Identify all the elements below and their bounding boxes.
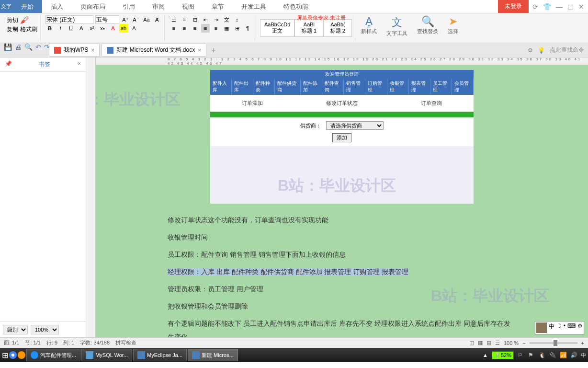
taskbar-item[interactable]: MyEclipse Ja... (133, 349, 187, 361)
bold-button[interactable]: B (45, 24, 54, 33)
char-shading-button[interactable]: A (130, 24, 138, 33)
print-icon[interactable]: 🖨 (15, 43, 22, 51)
chrome-icon[interactable] (9, 351, 17, 359)
save-icon[interactable]: 💾 (4, 43, 12, 51)
distribute-button[interactable]: ≡ (212, 24, 220, 33)
spellcheck-button[interactable]: 拼写检查 (115, 339, 136, 346)
tray-icon[interactable]: ▲ (483, 352, 488, 358)
tab-special[interactable]: 特色功能 (275, 0, 317, 13)
tab-insert[interactable]: 插入 (42, 0, 72, 13)
tab-view[interactable]: 视图 (173, 0, 203, 13)
multilevel-button[interactable]: ⊟ (191, 15, 199, 24)
new-style-button[interactable]: A͇ 新样式 (357, 15, 381, 41)
ime-toolbar[interactable]: 中 ☽ • ⌨ ⚙ (535, 321, 584, 334)
align-left-button[interactable]: ≡ (170, 24, 178, 33)
italic-button[interactable]: I (56, 24, 65, 33)
view-mode-icon[interactable]: ▤ (486, 340, 491, 346)
sync-icon[interactable]: ⟳ (532, 3, 538, 11)
cut-button[interactable]: 剪切 (7, 16, 18, 24)
highlight-button[interactable]: ab (119, 24, 128, 33)
view-mode-icon[interactable]: ◫ (469, 340, 474, 346)
doc-paragraph[interactable]: 经理权限：入库 出库 配件种类 配件供货商 配件添加 报表管理 订购管理 报表管… (168, 265, 516, 278)
start-button[interactable]: ⊞ (2, 351, 8, 360)
zoom-select[interactable]: 100% (31, 325, 59, 334)
doc-paragraph[interactable]: 管理员权限：员工管理 用户管理 (168, 282, 516, 296)
preview-icon[interactable]: 🔍 (24, 43, 33, 51)
undo-icon[interactable]: ↶ (35, 43, 41, 51)
font-name-select[interactable] (45, 15, 93, 24)
minimize-icon[interactable]: — (556, 3, 563, 11)
show-marks-button[interactable]: ¶ (243, 24, 252, 33)
text-direction-button[interactable]: 文 (222, 15, 231, 24)
page-indicator[interactable]: 面: 1/1 (4, 339, 19, 346)
qq-icon[interactable]: 🐧 (539, 352, 545, 358)
bullet-list-button[interactable]: ☰ (170, 15, 178, 24)
doc-paragraph[interactable]: 员工权限：配件查询 销售管理 销售管理下面加上收银的信息 (168, 248, 516, 261)
underline-button[interactable]: U (67, 24, 75, 33)
select-button[interactable]: ➤ 选择 (444, 15, 462, 41)
format-painter-button[interactable]: 格式刷 (20, 25, 37, 34)
tab-reference[interactable]: 引用 (114, 0, 144, 13)
clear-format-button[interactable]: A̸ (153, 15, 161, 24)
login-button[interactable]: 未登录 (498, 0, 529, 13)
line-spacing-button[interactable]: ↕ (233, 15, 241, 24)
superscript-button[interactable]: x² (88, 24, 96, 33)
shading-button[interactable]: ▦ (222, 24, 231, 33)
zoom-thumb[interactable] (554, 340, 557, 346)
search-commands[interactable]: 点此查找命令 (550, 46, 584, 54)
skin-icon[interactable]: 👕 (543, 3, 551, 11)
battery-indicator[interactable]: 🔋52% (492, 351, 514, 359)
style-heading1[interactable]: AaBl 标题 1 (294, 19, 323, 37)
word-count[interactable]: 字数: 34/188 (80, 339, 110, 346)
ime-moon-icon[interactable]: ☽ (556, 322, 562, 333)
ime-settings-icon[interactable]: ⚙ (577, 322, 583, 333)
grow-font-button[interactable]: A⁺ (121, 15, 130, 24)
taskbar-item[interactable]: 新建 Micros... (188, 349, 238, 361)
tab-layout[interactable]: 页面布局 (72, 0, 114, 13)
zoom-in-button[interactable]: + (581, 340, 584, 346)
tab-chapter[interactable]: 章节 (203, 0, 233, 13)
level-select[interactable]: 级别 (3, 325, 28, 334)
align-center-button[interactable]: ≡ (180, 24, 189, 33)
subscript-button[interactable]: x₂ (98, 24, 107, 33)
tab-review[interactable]: 审阅 (144, 0, 173, 13)
volume-icon[interactable]: 🔊 (570, 352, 577, 358)
zoom-value[interactable]: 100 % (504, 340, 519, 346)
style-heading2[interactable]: AaBb( 标题 2 (323, 19, 352, 37)
doc-paragraph[interactable]: 把收银管理和会员管理删除 (168, 299, 516, 313)
network-icon[interactable]: 📶 (560, 352, 566, 358)
firefox-icon[interactable] (18, 351, 25, 359)
doc-paragraph[interactable]: 修改订单状态这个功能没有，订单查询也没有实现功能 (168, 213, 516, 227)
add-tab-button[interactable]: + (208, 46, 218, 55)
text-tool-button[interactable]: 文 文字工具 (383, 15, 411, 41)
copy-button[interactable]: 复制 (7, 25, 18, 34)
change-case-button[interactable]: Aa (142, 15, 151, 24)
align-right-button[interactable]: ≡ (191, 24, 199, 33)
tab-start[interactable]: 开始 (12, 0, 42, 13)
doc-paragraph[interactable]: 有个逻辑问题能不能改下 员工进入配件销售点申请出库后 库存先不变 经理权限进入系… (168, 317, 516, 337)
brush-icon[interactable]: 🖌 (20, 15, 29, 25)
taskbar-item[interactable]: 汽车配件管理... (26, 349, 80, 361)
ime-dot-icon[interactable]: • (564, 322, 565, 333)
tab-dev[interactable]: 开发工具 (233, 0, 275, 13)
panel-close-icon[interactable]: × (78, 60, 81, 69)
maximize-icon[interactable]: ▢ (567, 3, 574, 11)
power-icon[interactable]: 🔌 (549, 352, 556, 358)
style-normal[interactable]: AaBbCcDd 正文 (260, 19, 294, 37)
doc-tab-wps[interactable]: 我的WPS × (49, 44, 100, 57)
indent-inc-button[interactable]: ⇥ (212, 15, 220, 24)
tab-close-icon[interactable]: × (91, 47, 94, 54)
pin-icon[interactable]: 📌 (5, 60, 12, 69)
doc-paragraph[interactable]: 收银管理时间 (168, 230, 516, 244)
selected-text[interactable]: 经理权限：入库 出库 配件种类 配件供货商 配件添加 报表管理 订购管理 报表管… (168, 268, 408, 276)
flag-icon[interactable]: ⚑ (528, 352, 535, 358)
action-center-icon[interactable]: ⚐ (518, 352, 524, 358)
ime-lang[interactable]: 中 (549, 322, 554, 333)
align-justify-button[interactable]: ≡ (201, 24, 210, 33)
view-mode-icon[interactable]: ☰ (495, 340, 500, 346)
zoom-slider[interactable] (530, 342, 577, 344)
settings-icon[interactable]: ⚙ (528, 47, 533, 54)
view-mode-icon[interactable]: ▦ (478, 340, 483, 346)
font-color-button[interactable]: A (109, 24, 117, 33)
strike-button[interactable]: A̶ (77, 24, 86, 33)
